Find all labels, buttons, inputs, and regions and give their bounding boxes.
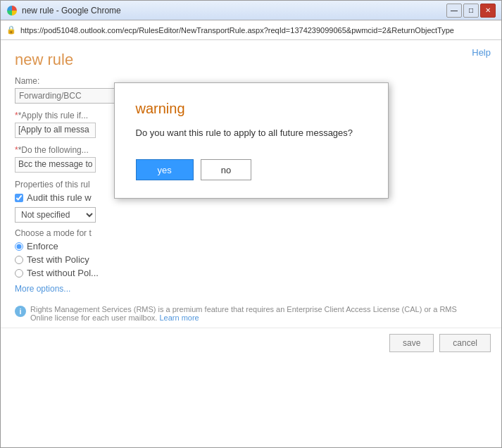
title-bar: new rule - Google Chrome — □ ✕ xyxy=(1,1,501,20)
minimize-icon: — xyxy=(451,6,458,14)
window-controls: — □ ✕ xyxy=(446,4,496,18)
close-button[interactable]: ✕ xyxy=(480,4,496,18)
lock-icon: 🔒 xyxy=(6,25,16,35)
maximize-icon: □ xyxy=(469,6,473,14)
modal-buttons: yes no xyxy=(136,159,367,180)
yes-button[interactable]: yes xyxy=(136,159,194,180)
close-icon: ✕ xyxy=(485,6,491,14)
url-text: https://pod51048.outlook.com/ecp/RulesEd… xyxy=(20,26,496,35)
warning-dialog: warning Do you want this rule to apply t… xyxy=(114,82,389,199)
maximize-button[interactable]: □ xyxy=(463,4,479,18)
page-container: Help new rule Name: *Apply this rule if.… xyxy=(1,40,501,447)
modal-overlay: warning Do you want this rule to apply t… xyxy=(1,40,501,447)
address-bar: 🔒 https://pod51048.outlook.com/ecp/Rules… xyxy=(1,20,501,40)
modal-title: warning xyxy=(136,101,367,117)
modal-message: Do you want this rule to apply to all fu… xyxy=(136,127,367,138)
window-title: new rule - Google Chrome xyxy=(22,6,442,15)
chrome-logo-icon xyxy=(6,5,18,16)
minimize-button[interactable]: — xyxy=(446,4,462,18)
no-button[interactable]: no xyxy=(201,159,251,180)
window-chrome: new rule - Google Chrome — □ ✕ 🔒 https:/… xyxy=(0,0,502,448)
